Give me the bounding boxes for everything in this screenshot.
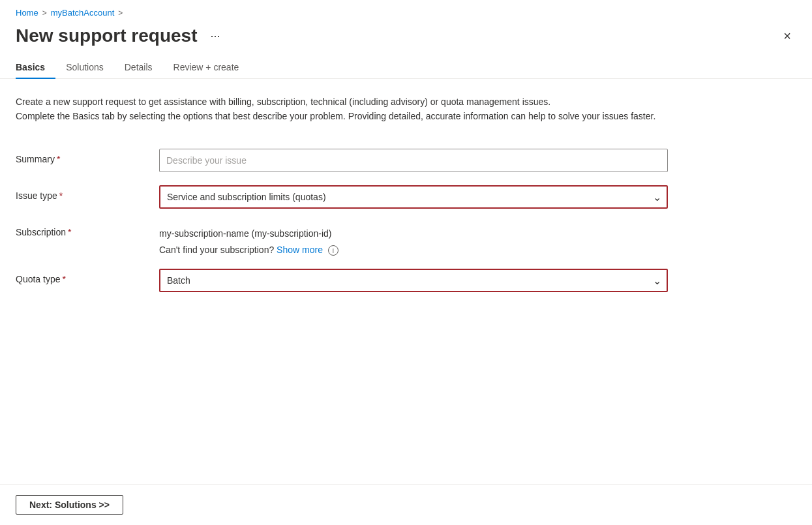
description-line2: Complete the Basics tab by selecting the… bbox=[16, 109, 767, 123]
quota-type-control: Batch Compute Storage ⌄ bbox=[159, 269, 668, 292]
subscription-control: my-subscription-name (my-subscription-id… bbox=[159, 222, 668, 256]
issue-type-label: Issue type * bbox=[16, 185, 159, 201]
subscription-value: my-subscription-name (my-subscription-id… bbox=[159, 222, 668, 241]
quota-type-required: * bbox=[63, 274, 66, 284]
summary-input[interactable] bbox=[159, 149, 668, 172]
issue-type-required: * bbox=[59, 190, 63, 201]
description-line1: Create a new support request to get assi… bbox=[16, 95, 767, 109]
subscription-label: Subscription * bbox=[16, 222, 159, 237]
issue-type-select[interactable]: Service and subscription limits (quotas)… bbox=[159, 185, 668, 209]
issue-type-control: Service and subscription limits (quotas)… bbox=[159, 185, 668, 209]
close-button[interactable]: × bbox=[778, 27, 796, 45]
tab-review-create[interactable]: Review + create bbox=[163, 57, 250, 79]
more-options-button[interactable]: ··· bbox=[205, 27, 225, 46]
main-content: Create a new support request to get assi… bbox=[0, 95, 783, 299]
quota-type-label: Quota type * bbox=[16, 269, 159, 284]
quota-type-select-wrapper: Batch Compute Storage ⌄ bbox=[159, 269, 668, 292]
quota-type-row: Quota type * Batch Compute Storage ⌄ bbox=[16, 262, 767, 299]
issue-type-select-wrapper: Service and subscription limits (quotas)… bbox=[159, 185, 668, 209]
issue-type-row: Issue type * Service and subscription li… bbox=[16, 179, 767, 215]
show-more-link[interactable]: Show more bbox=[277, 245, 323, 255]
header-left: New support request ··· bbox=[16, 25, 226, 46]
page-title: New support request bbox=[16, 25, 197, 46]
footer: Next: Solutions >> bbox=[0, 484, 812, 525]
basics-form: Summary * Issue type * Service and subsc… bbox=[16, 142, 767, 299]
info-icon[interactable]: i bbox=[328, 245, 338, 256]
quota-type-select[interactable]: Batch Compute Storage bbox=[159, 269, 668, 292]
breadcrumb-account[interactable]: myBatchAccount bbox=[51, 8, 115, 18]
breadcrumb-home[interactable]: Home bbox=[16, 8, 38, 18]
cant-find-subscription: Can't find your subscription? Show more … bbox=[159, 245, 668, 256]
next-solutions-button[interactable]: Next: Solutions >> bbox=[16, 495, 123, 515]
tabs-nav: Basics Solutions Details Review + create bbox=[0, 57, 812, 79]
summary-required: * bbox=[57, 154, 60, 164]
tab-details[interactable]: Details bbox=[114, 57, 163, 79]
summary-row: Summary * bbox=[16, 142, 767, 179]
breadcrumb: Home > myBatchAccount > bbox=[0, 0, 812, 23]
tab-solutions[interactable]: Solutions bbox=[55, 57, 114, 79]
tab-basics[interactable]: Basics bbox=[16, 57, 55, 79]
subscription-row: Subscription * my-subscription-name (my-… bbox=[16, 215, 767, 262]
subscription-required: * bbox=[68, 227, 71, 237]
description-text: Create a new support request to get assi… bbox=[16, 95, 767, 124]
page-header: New support request ··· × bbox=[0, 23, 812, 57]
breadcrumb-sep-2: > bbox=[118, 8, 123, 18]
summary-control bbox=[159, 149, 668, 172]
summary-label: Summary * bbox=[16, 149, 159, 164]
breadcrumb-sep-1: > bbox=[42, 8, 47, 18]
